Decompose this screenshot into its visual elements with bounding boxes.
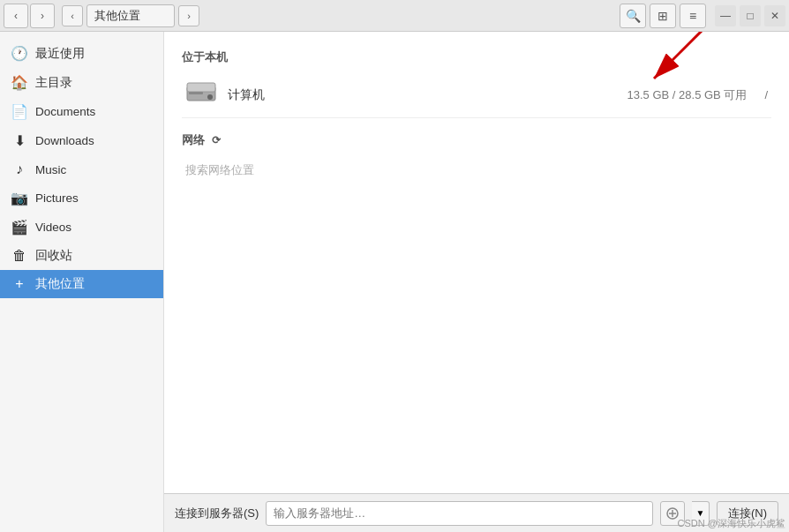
computer-label: 计算机	[228, 87, 617, 103]
content-panel: 位于本机 计算机 13.5 GB / 28.5 GB 可用	[164, 32, 789, 532]
sidebar-item-label-trash: 回收站	[35, 248, 72, 264]
menu-button[interactable]: ≡	[680, 4, 706, 28]
bookmark-button[interactable]	[660, 501, 685, 526]
connect-button[interactable]: 连接(N)	[717, 501, 778, 526]
computer-drive-item[interactable]: 计算机 13.5 GB / 28.5 GB 可用 /	[182, 72, 771, 118]
titlebar: ‹ › ‹ 其他位置 › 🔍 ⊞ ≡ — □ ✕	[0, 0, 789, 32]
location-text: 其他位置	[86, 4, 175, 27]
pictures-icon: 📷	[11, 190, 28, 206]
location-next-button[interactable]: ›	[178, 5, 199, 26]
sidebar-item-trash[interactable]: 🗑 回收站	[0, 242, 163, 270]
sidebar-item-videos[interactable]: 🎬 Videos	[0, 213, 163, 242]
window-controls: — □ ✕	[715, 5, 785, 26]
svg-rect-3	[189, 92, 203, 94]
search-button[interactable]: 🔍	[620, 4, 646, 28]
sidebar-item-label-documents: Documents	[35, 105, 95, 118]
svg-point-2	[207, 94, 213, 100]
forward-button[interactable]: ›	[30, 4, 55, 28]
main-area: 🕐 最近使用 🏠 主目录 📄 Documents ⬇ Downloads ♪ M…	[0, 32, 789, 532]
toolbar-actions: 🔍 ⊞ ≡	[620, 4, 706, 28]
sidebar-item-other[interactable]: + 其他位置	[0, 270, 163, 298]
local-section-header: 位于本机	[182, 49, 771, 65]
network-label: 网络	[182, 132, 205, 148]
sidebar-item-label-home: 主目录	[35, 75, 72, 91]
sidebar-item-label-downloads: Downloads	[35, 134, 94, 147]
network-loading-icon: ⟳	[212, 134, 221, 146]
svg-rect-1	[187, 83, 215, 92]
sidebar-item-label-other: 其他位置	[35, 276, 85, 292]
sidebar-item-pictures[interactable]: 📷 Pictures	[0, 184, 163, 213]
trash-icon: 🗑	[11, 248, 28, 264]
sidebar-item-label-pictures: Pictures	[35, 191, 79, 205]
recent-icon: 🕐	[11, 45, 28, 62]
sidebar-item-documents[interactable]: 📄 Documents	[0, 97, 163, 126]
connect-label: 连接到服务器(S)	[175, 506, 259, 521]
sidebar-item-label-music: Music	[35, 163, 66, 176]
content-body: 位于本机 计算机 13.5 GB / 28.5 GB 可用	[164, 32, 789, 493]
sidebar-item-recent[interactable]: 🕐 最近使用	[0, 39, 163, 68]
music-icon: ♪	[11, 161, 28, 177]
close-button[interactable]: ✕	[764, 5, 785, 26]
network-search-placeholder: 搜索网络位置	[182, 155, 771, 185]
home-icon: 🏠	[11, 74, 28, 91]
minimize-button[interactable]: —	[715, 5, 736, 26]
other-icon: +	[11, 276, 28, 292]
network-section: 网络 ⟳ 搜索网络位置	[182, 132, 771, 185]
server-address-input[interactable]	[266, 501, 653, 526]
location-prev-button[interactable]: ‹	[62, 5, 83, 26]
videos-icon: 🎬	[11, 219, 28, 236]
location-bar: ‹ 其他位置 ›	[62, 4, 612, 27]
server-dropdown-button[interactable]: ▼	[692, 501, 710, 526]
downloads-icon: ⬇	[11, 132, 28, 149]
network-header: 网络 ⟳	[182, 132, 771, 148]
drive-icon	[185, 79, 217, 110]
bottom-bar: 连接到服务器(S) ▼ 连接(N)	[164, 493, 789, 532]
sidebar-item-downloads[interactable]: ⬇ Downloads	[0, 126, 163, 155]
back-button[interactable]: ‹	[4, 4, 28, 28]
mount-point: /	[764, 88, 768, 101]
sidebar: 🕐 最近使用 🏠 主目录 📄 Documents ⬇ Downloads ♪ M…	[0, 32, 164, 532]
documents-icon: 📄	[11, 103, 28, 120]
sidebar-item-label-videos: Videos	[35, 221, 71, 234]
sidebar-item-home[interactable]: 🏠 主目录	[0, 68, 163, 97]
disk-info: 13.5 GB / 28.5 GB 可用	[627, 88, 748, 101]
view-grid-button[interactable]: ⊞	[650, 4, 676, 28]
maximize-button[interactable]: □	[740, 5, 761, 26]
sidebar-item-label-recent: 最近使用	[35, 46, 85, 62]
sidebar-item-music[interactable]: ♪ Music	[0, 155, 163, 184]
